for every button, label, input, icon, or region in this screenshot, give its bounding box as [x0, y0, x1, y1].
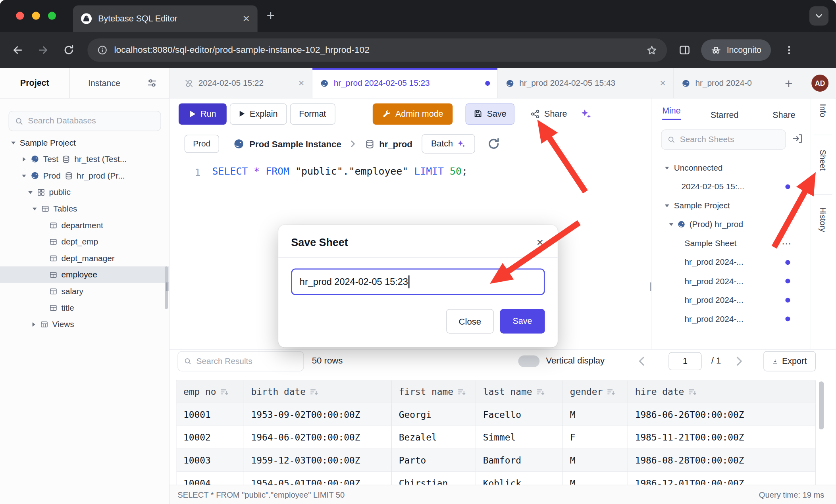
tree-item-table-dept-manager[interactable]: dept_manager — [0, 250, 169, 267]
site-info-icon[interactable] — [97, 45, 108, 56]
window-close-button[interactable] — [16, 12, 24, 20]
instance-name[interactable]: Prod Sample Instance — [249, 139, 341, 149]
browser-tab[interactable]: Bytebase SQL Editor ✕ — [73, 5, 258, 32]
sheet-group-unconnected[interactable]: Unconnected — [651, 158, 810, 177]
tree-item-table-salary[interactable]: salary — [0, 283, 169, 300]
table-cell[interactable]: M — [563, 403, 628, 426]
sheet-tab-2-active[interactable]: hr_prod 2024-02-05 15:23 — [312, 68, 498, 98]
dialog-close-icon[interactable]: ✕ — [536, 237, 544, 248]
table-cell[interactable]: 1985-11-21T00:00:00Z — [628, 426, 816, 449]
rail-tab-sheet[interactable]: Sheet — [819, 150, 828, 171]
sheet-item[interactable]: hr_prod 2024-... — [651, 272, 810, 291]
tree-item-tables[interactable]: Tables — [0, 200, 169, 217]
sort-icon[interactable] — [688, 388, 696, 396]
table-cell[interactable]: Parto — [392, 449, 476, 472]
column-header[interactable]: emp_no — [177, 381, 245, 404]
table-cell[interactable]: Simmel — [476, 426, 563, 449]
tree-item-db-test[interactable]: Test hr_test (Test... — [0, 151, 169, 167]
bookmark-star-icon[interactable] — [646, 44, 657, 56]
column-header[interactable]: gender — [563, 381, 628, 404]
tree-item-db-prod[interactable]: Prod hr_prod (Pr... — [0, 167, 169, 184]
table-scrollbar[interactable] — [819, 381, 824, 429]
vertical-display-toggle[interactable] — [518, 355, 539, 367]
format-button[interactable]: Format — [290, 103, 335, 125]
sheet-tab-1[interactable]: 2024-02-05 15:22 ✕ — [177, 68, 312, 98]
tree-item-table-department[interactable]: department — [0, 217, 169, 233]
caret-down-icon[interactable] — [32, 206, 37, 211]
caret-down-icon[interactable] — [668, 222, 674, 227]
side-panel-icon[interactable] — [679, 44, 691, 56]
share-button[interactable]: Share — [525, 103, 572, 125]
sheet-item[interactable]: hr_prod 2024-... — [651, 290, 810, 310]
table-cell[interactable]: Bezalel — [392, 426, 476, 449]
sheet-item[interactable]: 2024-02-05 15:... — [651, 177, 810, 196]
sheet-item[interactable]: hr_prod 2024-... — [651, 253, 810, 272]
column-header[interactable]: birth_date — [244, 381, 392, 404]
table-cell[interactable]: 1986-08-28T00:00:00Z — [628, 449, 816, 472]
sheet-item-sample-sheet[interactable]: Sample Sheet ⋯ — [651, 234, 810, 253]
tree-item-views[interactable]: Views — [0, 316, 169, 333]
sheet-tab-4[interactable]: hr_prod 2024-0 — [674, 68, 778, 98]
tree-item-table-title[interactable]: title — [0, 299, 169, 316]
rail-tab-info[interactable]: Info — [819, 104, 828, 117]
admin-mode-button[interactable]: Admin mode — [372, 103, 453, 125]
table-cell[interactable]: Georgi — [392, 403, 476, 426]
save-button[interactable]: Save — [466, 103, 514, 125]
caret-down-icon[interactable] — [11, 140, 16, 145]
prev-page-icon[interactable] — [636, 355, 648, 367]
user-avatar[interactable]: AD — [811, 75, 828, 92]
tree-item-schema-public[interactable]: public — [0, 184, 169, 200]
new-tab-icon[interactable]: + — [267, 8, 275, 24]
sheet-name-input[interactable]: hr_prod 2024-02-05 15:23 — [291, 269, 545, 295]
tab-share[interactable]: Share — [772, 110, 795, 120]
sort-icon[interactable] — [536, 388, 544, 396]
column-header[interactable]: hire_date — [628, 381, 816, 404]
run-button[interactable]: Run — [179, 103, 227, 125]
column-header[interactable]: first_name — [392, 381, 476, 404]
tab-close-icon[interactable]: ✕ — [298, 79, 304, 87]
sheet-tab-3[interactable]: hr_prod 2024-02-05 15:43 ✕ — [498, 68, 674, 98]
table-cell[interactable]: Koblick — [476, 472, 563, 485]
sheet-search-input[interactable] — [680, 135, 780, 144]
results-search[interactable] — [177, 351, 304, 371]
export-button[interactable]: Export — [763, 351, 816, 371]
sheet-search[interactable] — [661, 129, 786, 150]
tab-instance[interactable]: Instance — [69, 68, 139, 98]
tab-starred[interactable]: Starred — [711, 110, 738, 120]
incognito-badge[interactable]: Incognito — [701, 39, 771, 61]
table-cell[interactable]: F — [563, 426, 628, 449]
dialog-close-button[interactable]: Close — [447, 309, 493, 334]
tree-item-table-employee[interactable]: employee — [0, 266, 169, 283]
more-icon[interactable]: ⋯ — [782, 237, 792, 249]
address-bar[interactable]: localhost:8080/sql-editor/prod-sample-in… — [87, 38, 667, 62]
next-page-icon[interactable] — [732, 355, 745, 367]
database-name[interactable]: hr_prod — [379, 139, 412, 149]
page-input[interactable] — [668, 352, 701, 370]
table-cell[interactable]: 10002 — [177, 426, 245, 449]
results-search-input[interactable] — [196, 356, 298, 366]
sql-editor[interactable]: 1 SELECT * FROM "public"."employee" LIMI… — [170, 159, 651, 177]
rail-tab-history[interactable]: History — [819, 207, 828, 232]
table-cell[interactable]: 1964-06-02T00:00:00Z — [244, 426, 392, 449]
batch-button[interactable]: Batch — [422, 134, 475, 153]
environment-chip[interactable]: Prod — [185, 135, 219, 153]
tree-item-sample-project[interactable]: Sample Project — [0, 134, 169, 151]
browser-menu-icon[interactable] — [784, 45, 794, 56]
table-cell[interactable]: M — [563, 472, 628, 485]
filter-settings-icon[interactable] — [146, 78, 157, 88]
caret-down-icon[interactable] — [665, 203, 670, 208]
ai-sparkle-icon[interactable] — [580, 108, 592, 120]
sidebar-resize-handle[interactable] — [166, 283, 169, 291]
caret-down-icon[interactable] — [21, 173, 27, 178]
table-cell[interactable]: Chirstian — [392, 472, 476, 485]
tab-close-icon[interactable]: ✕ — [243, 13, 250, 24]
table-cell[interactable]: M — [563, 449, 628, 472]
forward-icon[interactable] — [37, 44, 49, 56]
sort-icon[interactable] — [220, 388, 228, 396]
new-sheet-icon[interactable]: + — [785, 75, 793, 91]
table-cell[interactable]: 10003 — [177, 449, 245, 472]
caret-right-icon[interactable] — [21, 156, 27, 162]
sort-icon[interactable] — [458, 388, 466, 396]
tab-close-icon[interactable]: ✕ — [660, 79, 666, 87]
sheet-item[interactable]: hr_prod 2024-... — [651, 310, 810, 329]
